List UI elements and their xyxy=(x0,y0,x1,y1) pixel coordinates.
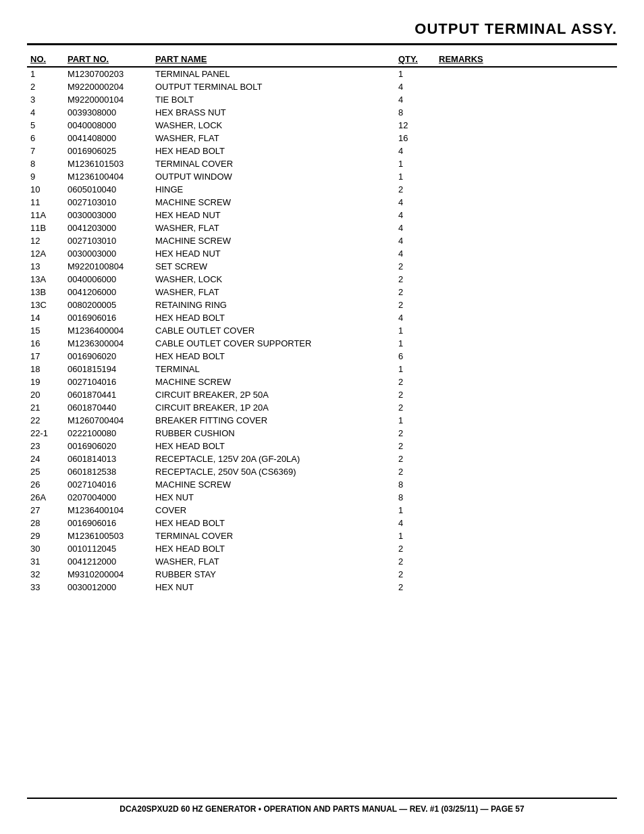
cell-remarks xyxy=(435,491,617,504)
cell-no: 18 xyxy=(27,363,64,375)
cell-part-no: 0041408000 xyxy=(64,132,152,145)
table-row: 23 0016906020 HEX HEAD BOLT 2 xyxy=(27,440,617,452)
cell-remarks xyxy=(435,529,617,542)
table-row: 6 0041408000 WASHER, FLAT 16 xyxy=(27,132,617,145)
cell-remarks xyxy=(435,324,617,337)
table-row: 12 0027103010 MACHINE SCREW 4 xyxy=(27,234,617,247)
table-row: 11B 0041203000 WASHER, FLAT 4 xyxy=(27,221,617,234)
cell-remarks xyxy=(435,209,617,221)
table-row: 29 M1236100503 TERMINAL COVER 1 xyxy=(27,529,617,542)
cell-part-name: RUBBER CUSHION xyxy=(152,427,395,440)
cell-qty: 4 xyxy=(395,517,435,529)
cell-remarks xyxy=(435,93,617,106)
table-row: 8 M1236101503 TERMINAL COVER 1 xyxy=(27,157,617,170)
cell-qty: 1 xyxy=(395,337,435,350)
col-header-qty: QTY. xyxy=(395,52,435,67)
cell-no: 13 xyxy=(27,260,64,273)
cell-qty: 2 xyxy=(395,183,435,196)
cell-part-name: MACHINE SCREW xyxy=(152,375,395,388)
cell-remarks xyxy=(435,478,617,491)
cell-qty: 4 xyxy=(395,234,435,247)
cell-remarks xyxy=(435,298,617,311)
cell-remarks xyxy=(435,132,617,145)
cell-part-name: BREAKER FITTING COVER xyxy=(152,414,395,427)
cell-no: 11A xyxy=(27,209,64,221)
cell-remarks xyxy=(435,504,617,517)
table-row: 32 M9310200004 RUBBER STAY 2 xyxy=(27,568,617,581)
cell-qty: 8 xyxy=(395,491,435,504)
cell-qty: 2 xyxy=(395,440,435,452)
table-row: 27 M1236400104 COVER 1 xyxy=(27,504,617,517)
table-row: 7 0016906025 HEX HEAD BOLT 4 xyxy=(27,145,617,157)
cell-remarks xyxy=(435,157,617,170)
cell-remarks xyxy=(435,247,617,260)
cell-part-name: RECEPTACLE, 125V 20A (GF-20LA) xyxy=(152,452,395,465)
table-row: 24 0601814013 RECEPTACLE, 125V 20A (GF-2… xyxy=(27,452,617,465)
cell-part-name: HEX BRASS NUT xyxy=(152,106,395,119)
cell-qty: 8 xyxy=(395,106,435,119)
cell-no: 17 xyxy=(27,350,64,363)
cell-qty: 2 xyxy=(395,465,435,478)
footer-text: DCA20SPXU2D 60 HZ GENERATOR • OPERATION … xyxy=(119,804,524,814)
table-row: 11 0027103010 MACHINE SCREW 4 xyxy=(27,196,617,209)
table-row: 12A 0030003000 HEX HEAD NUT 4 xyxy=(27,247,617,260)
cell-no: 32 xyxy=(27,568,64,581)
cell-part-no: 0041206000 xyxy=(64,286,152,298)
cell-part-name: HEX NUT xyxy=(152,491,395,504)
cell-part-name: CIRCUIT BREAKER, 2P 50A xyxy=(152,388,395,401)
table-row: 18 0601815194 TERMINAL 1 xyxy=(27,363,617,375)
cell-qty: 4 xyxy=(395,247,435,260)
cell-part-no: 0027104016 xyxy=(64,375,152,388)
cell-no: 29 xyxy=(27,529,64,542)
cell-remarks xyxy=(435,119,617,132)
cell-qty: 4 xyxy=(395,145,435,157)
cell-part-no: 0016906025 xyxy=(64,145,152,157)
cell-part-name: MACHINE SCREW xyxy=(152,196,395,209)
cell-part-no: 0601814013 xyxy=(64,452,152,465)
cell-no: 28 xyxy=(27,517,64,529)
cell-part-no: M9220000204 xyxy=(64,80,152,93)
cell-qty: 2 xyxy=(395,388,435,401)
table-row: 15 M1236400004 CABLE OUTLET COVER 1 xyxy=(27,324,617,337)
cell-part-no: M1236100503 xyxy=(64,529,152,542)
cell-no: 13C xyxy=(27,298,64,311)
cell-part-name: HEX HEAD BOLT xyxy=(152,350,395,363)
cell-qty: 4 xyxy=(395,196,435,209)
table-row: 3 M9220000104 TIE BOLT 4 xyxy=(27,93,617,106)
cell-remarks xyxy=(435,80,617,93)
cell-qty: 1 xyxy=(395,363,435,375)
cell-no: 22 xyxy=(27,414,64,427)
cell-no: 26 xyxy=(27,478,64,491)
cell-part-no: 0030003000 xyxy=(64,209,152,221)
cell-qty: 4 xyxy=(395,209,435,221)
cell-part-name: RUBBER STAY xyxy=(152,568,395,581)
table-row: 13C 0080200005 RETAINING RING 2 xyxy=(27,298,617,311)
cell-remarks xyxy=(435,581,617,594)
cell-part-no: 0601870441 xyxy=(64,388,152,401)
cell-no: 25 xyxy=(27,465,64,478)
cell-no: 19 xyxy=(27,375,64,388)
cell-part-name: RETAINING RING xyxy=(152,298,395,311)
table-row: 28 0016906016 HEX HEAD BOLT 4 xyxy=(27,517,617,529)
footer: DCA20SPXU2D 60 HZ GENERATOR • OPERATION … xyxy=(27,798,617,814)
cell-part-no: 0016906016 xyxy=(64,311,152,324)
cell-no: 13A xyxy=(27,273,64,286)
col-header-part-name: PART NAME xyxy=(152,52,395,67)
cell-qty: 1 xyxy=(395,324,435,337)
cell-part-no: M1260700404 xyxy=(64,414,152,427)
cell-no: 10 xyxy=(27,183,64,196)
cell-qty: 2 xyxy=(395,401,435,414)
cell-part-name: WASHER, FLAT xyxy=(152,286,395,298)
table-row: 13 M9220100804 SET SCREW 2 xyxy=(27,260,617,273)
cell-no: 11B xyxy=(27,221,64,234)
table-row: 26 0027104016 MACHINE SCREW 8 xyxy=(27,478,617,491)
cell-no: 8 xyxy=(27,157,64,170)
cell-no: 16 xyxy=(27,337,64,350)
cell-remarks xyxy=(435,388,617,401)
cell-qty: 1 xyxy=(395,67,435,80)
table-row: 10 0605010040 HINGE 2 xyxy=(27,183,617,196)
cell-no: 5 xyxy=(27,119,64,132)
table-row: 19 0027104016 MACHINE SCREW 2 xyxy=(27,375,617,388)
cell-part-name: CABLE OUTLET COVER xyxy=(152,324,395,337)
cell-no: 3 xyxy=(27,93,64,106)
